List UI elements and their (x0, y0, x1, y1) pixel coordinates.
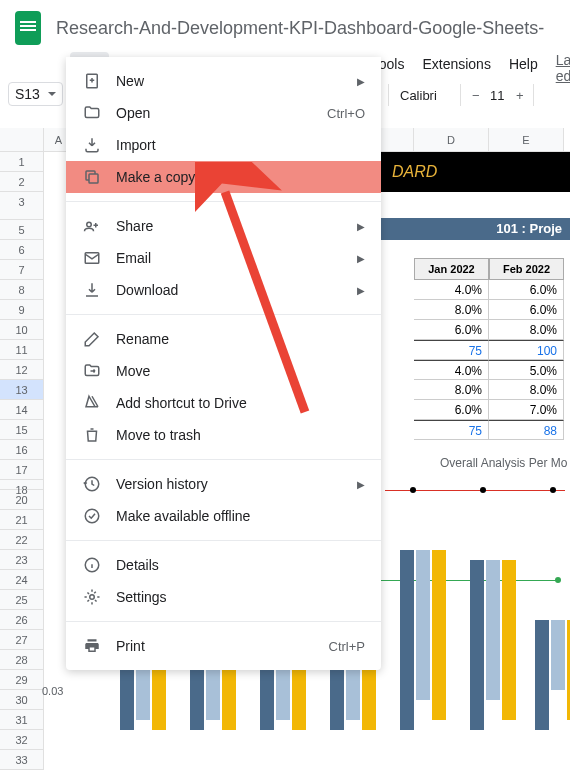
row-header[interactable]: 12 (0, 360, 44, 380)
trend-line (360, 580, 560, 581)
row-header[interactable]: 25 (0, 590, 44, 610)
row-header[interactable]: 27 (0, 630, 44, 650)
menu-label: Open (116, 105, 327, 121)
font-size-selector[interactable]: 11 (490, 88, 504, 103)
table-cell[interactable]: 100 (489, 340, 564, 360)
menu-trash[interactable]: Move to trash (66, 419, 381, 451)
row-header[interactable]: 22 (0, 530, 44, 550)
menu-label: Share (116, 218, 357, 234)
row-header[interactable]: 7 (0, 260, 44, 280)
table-cell[interactable]: 4.0% (414, 360, 489, 380)
row-header[interactable]: 29 (0, 670, 44, 690)
sheets-logo[interactable] (8, 8, 48, 48)
col-header-d[interactable]: D (414, 128, 489, 151)
table-cell[interactable]: 6.0% (414, 400, 489, 420)
menu-label: Email (116, 250, 357, 266)
table-cell[interactable]: 6.0% (489, 300, 564, 320)
row-header[interactable]: 26 (0, 610, 44, 630)
row-header[interactable]: 31 (0, 710, 44, 730)
select-all-cell[interactable] (0, 128, 44, 151)
email-icon (82, 248, 102, 268)
row-header[interactable]: 9 (0, 300, 44, 320)
row-header[interactable]: 21 (0, 510, 44, 530)
menu-import[interactable]: Import (66, 129, 381, 161)
row-header[interactable]: 24 (0, 570, 44, 590)
table-cell[interactable]: 8.0% (489, 320, 564, 340)
menu-open[interactable]: Open Ctrl+O (66, 97, 381, 129)
row-header[interactable]: 16 (0, 440, 44, 460)
row-header[interactable]: 32 (0, 730, 44, 750)
table-cell[interactable]: 6.0% (414, 320, 489, 340)
col-header-e[interactable]: E (489, 128, 564, 151)
row-header[interactable]: 1 (0, 152, 44, 172)
menu-settings[interactable]: Settings (66, 581, 381, 613)
data-point (555, 577, 561, 583)
menu-download[interactable]: Download ▶ (66, 274, 381, 306)
menu-rename[interactable]: Rename (66, 323, 381, 355)
row-header[interactable]: 18 (0, 480, 44, 490)
row-header[interactable]: 8 (0, 280, 44, 300)
row-header[interactable]: 2 (0, 172, 44, 192)
toolbar-separator (460, 84, 461, 106)
row-header[interactable]: 15 (0, 420, 44, 440)
menu-label: Settings (116, 589, 365, 605)
row-headers: 1 2 3 5 6 7 8 9 10 11 12 13 14 15 16 17 … (0, 152, 44, 770)
share-icon (82, 216, 102, 236)
rename-icon (82, 329, 102, 349)
menu-details[interactable]: Details (66, 549, 381, 581)
menu-move[interactable]: Move (66, 355, 381, 387)
row-header[interactable]: 14 (0, 400, 44, 420)
font-size-decrease[interactable]: − (472, 88, 480, 103)
menu-make-copy[interactable]: Make a copy (66, 161, 381, 193)
row-header[interactable]: 6 (0, 240, 44, 260)
menu-share[interactable]: Share ▶ (66, 210, 381, 242)
menu-help[interactable]: Help (501, 52, 546, 84)
table-cell[interactable]: 4.0% (414, 280, 489, 300)
row-header[interactable]: 17 (0, 460, 44, 480)
name-box[interactable]: S13 (8, 82, 63, 106)
menu-version-history[interactable]: Version history ▶ (66, 468, 381, 500)
row-header[interactable]: 30 (0, 690, 44, 710)
table-cell[interactable]: 7.0% (489, 400, 564, 420)
document-title[interactable]: Research-And-Development-KPI-Dashboard-G… (56, 18, 544, 39)
row-header[interactable]: 3 (0, 192, 44, 220)
menu-email[interactable]: Email ▶ (66, 242, 381, 274)
table-cell[interactable]: 5.0% (489, 360, 564, 380)
menu-print[interactable]: Print Ctrl+P (66, 630, 381, 662)
table-cell[interactable]: 88 (489, 420, 564, 440)
table-cell[interactable]: 8.0% (414, 300, 489, 320)
submenu-arrow-icon: ▶ (357, 76, 365, 87)
table-cell[interactable]: 75 (414, 340, 489, 360)
menu-label: Import (116, 137, 365, 153)
row-header[interactable]: 33 (0, 750, 44, 770)
row-header[interactable]: 10 (0, 320, 44, 340)
row-header[interactable]: 13 (0, 380, 44, 400)
table-header[interactable]: Jan 2022 (414, 258, 489, 280)
menu-offline[interactable]: Make available offline (66, 500, 381, 532)
table-cell[interactable]: 6.0% (489, 280, 564, 300)
menu-label: Print (116, 638, 329, 654)
row-header[interactable]: 28 (0, 650, 44, 670)
row-header[interactable]: 20 (0, 490, 44, 510)
import-icon (82, 135, 102, 155)
menu-label: Add shortcut to Drive (116, 395, 365, 411)
row-header[interactable]: 5 (0, 220, 44, 240)
font-size-increase[interactable]: + (516, 88, 524, 103)
data-point (410, 487, 416, 493)
table-cell[interactable]: 75 (414, 420, 489, 440)
svg-point-4 (85, 509, 99, 523)
last-edit-link[interactable]: Last ed (556, 52, 570, 84)
submenu-arrow-icon: ▶ (357, 253, 365, 264)
menu-new[interactable]: New ▶ (66, 65, 381, 97)
table-header[interactable]: Feb 2022 (489, 258, 564, 280)
menu-divider (66, 459, 381, 460)
menu-divider (66, 314, 381, 315)
font-selector[interactable]: Calibri (400, 88, 437, 103)
row-header[interactable]: 23 (0, 550, 44, 570)
menu-add-shortcut[interactable]: Add shortcut to Drive (66, 387, 381, 419)
table-cell[interactable]: 8.0% (414, 380, 489, 400)
table-cell[interactable]: 8.0% (489, 380, 564, 400)
menu-extensions[interactable]: Extensions (414, 52, 498, 84)
row-header[interactable]: 11 (0, 340, 44, 360)
submenu-arrow-icon: ▶ (357, 221, 365, 232)
